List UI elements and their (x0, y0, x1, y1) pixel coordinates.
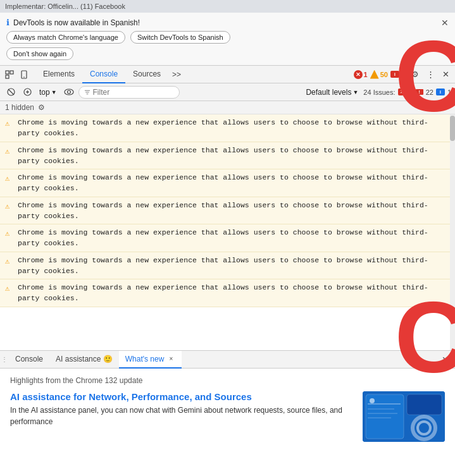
info-badge: i 1 (390, 71, 404, 78)
devtools-panel: C C ℹ DevTools is now available in Spani… (0, 13, 455, 476)
tab-elements[interactable]: Elements (35, 66, 82, 83)
svg-point-4 (23, 76, 25, 78)
message-text: Chrome is moving towards a new experienc… (18, 227, 450, 249)
svg-point-24 (370, 398, 375, 403)
tab-ai-assistance[interactable]: AI assistance 🙂 (49, 351, 119, 369)
message-text: Chrome is moving towards a new experienc… (18, 172, 450, 194)
context-label: top (39, 88, 50, 97)
console-message: ⚠Chrome is moving towards a new experien… (0, 114, 455, 142)
filter-toggle-icon[interactable] (20, 85, 34, 99)
context-dropdown-icon: ▼ (51, 89, 57, 95)
feature-thumbnail (363, 391, 445, 442)
notification-text-row: ℹ DevTools is now available in Spanish! (6, 18, 449, 27)
more-options-icon[interactable]: ⋮ (423, 68, 437, 82)
dont-show-row: Don't show again (6, 47, 449, 60)
warning-icon (370, 70, 379, 79)
svg-rect-2 (10, 71, 13, 74)
console-message: ⚠Chrome is moving towards a new experien… (0, 169, 455, 197)
tab-whats-new[interactable]: What's new × (119, 351, 182, 369)
toolbar-badges: ✕ 1 50 i 1 (354, 70, 405, 79)
scrollbar-thumb[interactable] (450, 116, 455, 141)
levels-dropdown-icon: ▼ (352, 89, 358, 95)
console-message: ⚠Chrome is moving towards a new experien… (0, 142, 455, 170)
console-inner-toolbar: top ▼ Default levels ▼ 24 Issues: ✕ 1 (0, 83, 455, 101)
message-text: Chrome is moving towards a new experienc… (18, 255, 450, 277)
filter-icon (84, 88, 90, 95)
close-bottom-panel-button[interactable]: ✕ (439, 353, 452, 367)
error-icon: ✕ (354, 70, 363, 79)
svg-line-6 (8, 89, 14, 95)
issues-warning-icon: ! (416, 89, 423, 95)
tab-console[interactable]: Console (82, 66, 125, 83)
whats-new-content: Highlights from the Chrome 132 update AI… (0, 369, 455, 476)
browser-tab-bar: Implementar: Officelin... (11) Facebook (0, 0, 455, 13)
hidden-count: 1 hidden (5, 103, 34, 112)
hidden-settings-icon[interactable]: ⚙ (38, 103, 45, 112)
device-toolbar-icon[interactable] (18, 68, 32, 82)
notification-bar: ℹ DevTools is now available in Spanish! … (0, 13, 455, 66)
filter-input[interactable] (93, 88, 174, 97)
drag-handle[interactable]: ⋮ (3, 353, 6, 367)
more-tabs-button[interactable]: >> (168, 70, 185, 79)
warning-triangle-icon: ⚠ (5, 118, 9, 130)
warning-triangle-icon: ⚠ (5, 256, 9, 267)
svg-rect-1 (6, 75, 9, 78)
issues-error-icon: ✕ (398, 88, 407, 95)
tab-label: Implementar: Officelin... (11) Facebook (5, 3, 125, 10)
bottom-tabs: ⋮ Console AI assistance 🙂 What's new × ✕ (0, 351, 455, 369)
notification-buttons: Always match Chrome's language Switch De… (6, 31, 449, 44)
error-badge: ✕ 1 (354, 70, 368, 79)
console-area: ⚠Chrome is moving towards a new experien… (0, 114, 455, 350)
console-message: ⚠Chrome is moving towards a new experien… (0, 279, 455, 307)
thumbnail-svg (363, 391, 445, 442)
eye-icon[interactable] (62, 85, 76, 99)
warning-triangle-icon: ⚠ (5, 146, 9, 157)
feature-desc: In the AI assistance panel, you can now … (10, 405, 355, 427)
feature-row: AI assistance for Network, Performance, … (10, 391, 445, 442)
tab-console-bottom[interactable]: Console (9, 351, 49, 369)
svg-point-11 (67, 90, 70, 94)
clear-console-icon[interactable] (4, 85, 18, 99)
svg-rect-17 (407, 394, 442, 415)
messages-container[interactable]: ⚠Chrome is moving towards a new experien… (0, 114, 455, 350)
whats-new-header: Highlights from the Chrome 132 update (10, 376, 445, 385)
notification-message: DevTools is now available in Spanish! (13, 18, 140, 27)
bottom-panel: ⋮ Console AI assistance 🙂 What's new × ✕… (0, 350, 455, 476)
settings-icon[interactable]: ⚙ (408, 68, 422, 82)
hidden-bar: 1 hidden ⚙ (0, 101, 455, 114)
issues-info-icon: i (436, 88, 445, 95)
warning-badge: 50 (370, 70, 388, 79)
warning-triangle-icon: ⚠ (5, 201, 9, 212)
feature-text: AI assistance for Network, Performance, … (10, 391, 355, 427)
scrollbar-track[interactable] (450, 114, 455, 350)
info-rect-icon: i (390, 71, 399, 78)
default-levels-selector[interactable]: Default levels ▼ (303, 87, 361, 98)
issues-badge: 24 Issues: ✕ 1 ! 22 i 1 (363, 88, 451, 96)
context-selector[interactable]: top ▼ (37, 87, 59, 98)
close-notification-button[interactable]: ✕ (441, 18, 449, 28)
console-messages-list: ⚠Chrome is moving towards a new experien… (0, 114, 455, 307)
warning-triangle-icon: ⚠ (5, 283, 9, 295)
console-message: ⚠Chrome is moving towards a new experien… (0, 224, 455, 252)
console-message: ⚠Chrome is moving towards a new experien… (0, 197, 455, 225)
svg-rect-0 (6, 71, 9, 74)
console-message: ⚠Chrome is moving towards a new experien… (0, 252, 455, 280)
tab-sources[interactable]: Sources (125, 66, 168, 83)
warning-triangle-icon: ⚠ (5, 173, 9, 185)
dont-show-button[interactable]: Don't show again (6, 47, 73, 60)
message-text: Chrome is moving towards a new experienc… (18, 117, 450, 139)
tab-nav: Elements Console Sources >> (35, 66, 185, 83)
close-devtools-icon[interactable]: ✕ (439, 68, 452, 82)
message-text: Chrome is moving towards a new experienc… (18, 282, 450, 304)
svg-point-10 (65, 89, 73, 95)
feature-title[interactable]: AI assistance for Network, Performance, … (10, 391, 355, 402)
devtools-toolbar: Elements Console Sources >> ✕ 1 50 i 1 (0, 66, 455, 83)
close-whats-new-tab[interactable]: × (166, 355, 175, 363)
switch-spanish-button[interactable]: Switch DevTools to Spanish (130, 31, 230, 44)
message-text: Chrome is moving towards a new experienc… (18, 200, 450, 222)
warning-triangle-icon: ⚠ (5, 228, 9, 240)
inspect-element-icon[interactable] (3, 68, 16, 82)
match-language-button[interactable]: Always match Chrome's language (6, 31, 125, 44)
message-text: Chrome is moving towards a new experienc… (18, 145, 450, 167)
info-icon: ℹ (6, 18, 9, 27)
